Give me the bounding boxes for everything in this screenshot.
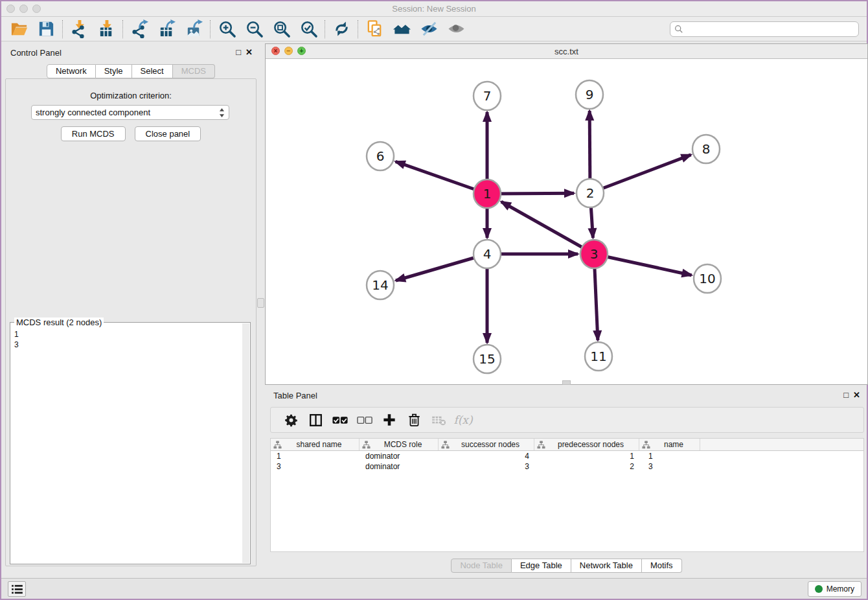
close-table-panel-icon[interactable]: ✕ [853,390,860,400]
import-network-button[interactable] [65,19,93,40]
float-panel-icon[interactable]: □ [236,47,241,58]
tab-mcds[interactable]: MCDS [173,64,215,78]
settings-gear-button[interactable] [279,409,303,431]
edge-3-1[interactable] [501,202,594,254]
main-toolbar-groups [1,19,470,40]
tab-select[interactable]: Select [132,64,173,78]
function-builder-button: f(x) [451,409,475,431]
table-cell[interactable]: 3 [439,461,534,472]
zoom-selected-button[interactable] [295,19,322,40]
table-panel: Table Panel □ ✕ f(x) shared nameMCDS rol… [265,387,868,575]
column-header-mcds-role[interactable]: MCDS role [360,439,439,450]
network-window-titlebar: × − + scc.txt [266,44,867,59]
export-network-button[interactable] [126,19,153,40]
tab-network[interactable]: Network [47,64,96,78]
search-box[interactable] [670,21,859,37]
table-cell[interactable]: 3 [639,461,700,472]
dropdown-stepper-icon [219,108,225,118]
graph-node-10[interactable]: 10 [694,264,721,293]
edge-2-8[interactable] [590,155,691,193]
edge-3-10[interactable] [594,254,692,275]
graph-node-3[interactable]: 3 [580,240,608,268]
graph-node-4[interactable]: 4 [474,240,501,268]
export-table-button[interactable] [153,19,180,40]
zoom-in-button[interactable] [213,19,240,40]
run-mcds-button[interactable]: Run MCDS [61,126,126,141]
graph-node-8[interactable]: 8 [692,135,720,163]
tab-node-table[interactable]: Node Table [451,559,512,573]
network-window-title: scc.txt [266,47,867,56]
memory-button[interactable]: Memory [808,581,862,597]
column-header-predecessor-nodes[interactable]: predecessor nodes [534,439,639,450]
tab-motifs[interactable]: Motifs [642,559,682,573]
open-file-button[interactable] [5,19,32,40]
graph-node-label: 3 [590,246,599,262]
mcds-result-line: 3 [14,340,240,350]
graph-node-1[interactable]: 1 [474,179,501,208]
table-cell[interactable]: dominator [360,451,439,461]
zoom-fit-button[interactable] [268,19,295,40]
criterion-dropdown[interactable]: strongly connected component [31,105,229,120]
graph-node-6[interactable]: 6 [367,142,394,170]
column-header-label: successor nodes [450,440,531,449]
edge-1-6[interactable] [396,161,487,194]
graph-node-label: 2 [586,185,595,201]
graph-node-7[interactable]: 7 [474,82,501,110]
close-panel-icon[interactable]: ✕ [246,47,253,58]
table-cell[interactable]: 1 [639,451,700,461]
graph-node-9[interactable]: 9 [576,80,603,109]
column-header-label: name [650,440,697,449]
close-panel-button[interactable]: Close panel [135,126,201,141]
table-cell[interactable]: 1 [271,451,360,461]
network-canvas[interactable]: 1234678910111415 [266,59,867,384]
table-cell[interactable]: dominator [360,461,439,472]
export-image-button[interactable] [180,19,207,40]
table-panel-header: Table Panel □ ✕ [265,389,868,402]
table-header-row: shared nameMCDS rolesuccessor nodesprede… [271,439,863,451]
deselect-all-checks-button[interactable] [352,409,377,431]
column-header-shared-name[interactable]: shared name [271,439,360,450]
column-layout-button[interactable] [303,409,328,431]
memory-status-icon [815,585,823,593]
table-panel-title: Table Panel [273,391,317,400]
graph-node-label: 4 [483,246,492,262]
home-fit-button[interactable] [388,19,415,40]
float-table-panel-icon[interactable]: □ [843,390,849,400]
column-header-label: predecessor nodes [545,440,636,449]
add-column-button[interactable] [377,409,402,431]
graph-node-15[interactable]: 15 [474,345,501,373]
graph-node-2[interactable]: 2 [577,179,604,207]
graph-node-label: 11 [590,349,606,364]
result-scrollbar[interactable] [242,323,249,563]
duplicate-network-button[interactable] [361,19,388,40]
zoom-out-button[interactable] [240,19,268,40]
show-all-eye-button[interactable] [442,19,470,40]
delete-column-button[interactable] [402,409,426,431]
column-header-name[interactable]: name [639,439,700,450]
tab-edge-table[interactable]: Edge Table [512,559,571,573]
table-row[interactable]: 3dominator323 [271,461,863,472]
panel-splitter-handle[interactable] [257,298,264,308]
search-input[interactable] [687,25,854,34]
import-table-button[interactable] [93,19,120,40]
table-cell[interactable]: 2 [534,461,639,472]
table-cell[interactable]: 1 [534,451,639,461]
tab-network-table[interactable]: Network Table [571,559,642,573]
hide-selection-eye-button[interactable] [415,19,442,40]
main-toolbar [1,17,867,41]
save-session-button[interactable] [32,19,60,40]
table-toolbar: f(x) [270,407,864,433]
table-row[interactable]: 1dominator411 [271,451,863,461]
app-window: Session: New Session Control Panel □ ✕ N… [0,0,868,600]
graph-node-14[interactable]: 14 [367,271,394,299]
refresh-layout-button[interactable] [328,19,355,40]
table-cell[interactable]: 4 [439,451,534,461]
graph-node-11[interactable]: 11 [585,342,612,371]
column-header-successor-nodes[interactable]: successor nodes [439,439,534,450]
select-all-checks-button[interactable] [328,409,352,431]
network-resize-grip[interactable] [562,380,571,385]
task-history-button[interactable] [8,581,26,597]
toolbar-separator [62,20,63,38]
table-cell[interactable]: 3 [271,461,360,472]
tab-style[interactable]: Style [96,64,132,78]
